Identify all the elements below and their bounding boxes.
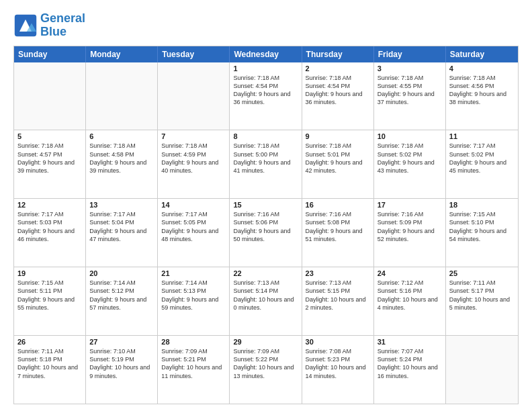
calendar-row-2: 12Sunrise: 7:17 AM Sunset: 5:03 PM Dayli… (14, 198, 518, 267)
calendar-cell-day-9: 9Sunrise: 7:18 AM Sunset: 5:01 PM Daylig… (302, 130, 374, 198)
day-info: Sunrise: 7:18 AM Sunset: 4:57 PM Dayligh… (17, 142, 82, 175)
day-number: 29 (233, 338, 298, 346)
day-number: 28 (161, 338, 226, 346)
day-number: 10 (378, 132, 442, 140)
day-info: Sunrise: 7:07 AM Sunset: 5:24 PM Dayligh… (378, 347, 442, 380)
calendar-cell-empty (158, 62, 230, 130)
day-number: 26 (17, 338, 82, 346)
day-number: 18 (449, 201, 515, 209)
calendar-row-4: 26Sunrise: 7:11 AM Sunset: 5:18 PM Dayli… (14, 335, 518, 404)
day-number: 25 (449, 269, 515, 277)
day-info: Sunrise: 7:16 AM Sunset: 5:09 PM Dayligh… (378, 210, 442, 243)
calendar-cell-day-16: 16Sunrise: 7:16 AM Sunset: 5:08 PM Dayli… (302, 199, 374, 267)
page: General Blue SundayMondayTuesdayWednesda… (0, 0, 532, 411)
weekday-header-wednesday: Wednesday (230, 46, 302, 62)
weekday-header-friday: Friday (374, 46, 446, 62)
calendar-cell-day-23: 23Sunrise: 7:13 AM Sunset: 5:15 PM Dayli… (302, 267, 374, 335)
calendar-header: SundayMondayTuesdayWednesdayThursdayFrid… (14, 46, 518, 62)
calendar-cell-day-3: 3Sunrise: 7:18 AM Sunset: 4:55 PM Daylig… (374, 62, 446, 130)
calendar-cell-day-31: 31Sunrise: 7:07 AM Sunset: 5:24 PM Dayli… (374, 336, 446, 404)
day-info: Sunrise: 7:18 AM Sunset: 4:55 PM Dayligh… (378, 74, 442, 107)
day-number: 19 (17, 269, 82, 277)
day-info: Sunrise: 7:08 AM Sunset: 5:23 PM Dayligh… (306, 347, 370, 380)
calendar: SundayMondayTuesdayWednesdayThursdayFrid… (13, 46, 519, 404)
weekday-header-sunday: Sunday (14, 46, 86, 62)
calendar-cell-day-17: 17Sunrise: 7:16 AM Sunset: 5:09 PM Dayli… (374, 199, 446, 267)
calendar-cell-day-29: 29Sunrise: 7:09 AM Sunset: 5:22 PM Dayli… (230, 336, 302, 404)
calendar-cell-day-1: 1Sunrise: 7:18 AM Sunset: 4:54 PM Daylig… (230, 62, 302, 130)
calendar-cell-day-20: 20Sunrise: 7:14 AM Sunset: 5:12 PM Dayli… (86, 267, 158, 335)
day-number: 6 (89, 132, 154, 140)
day-number: 14 (161, 201, 226, 209)
weekday-header-thursday: Thursday (302, 46, 374, 62)
day-info: Sunrise: 7:12 AM Sunset: 5:16 PM Dayligh… (378, 279, 442, 312)
calendar-cell-day-27: 27Sunrise: 7:10 AM Sunset: 5:19 PM Dayli… (86, 336, 158, 404)
day-info: Sunrise: 7:16 AM Sunset: 5:06 PM Dayligh… (233, 210, 298, 243)
day-info: Sunrise: 7:18 AM Sunset: 4:58 PM Dayligh… (89, 142, 154, 175)
calendar-cell-empty (14, 62, 86, 130)
day-number: 5 (17, 132, 82, 140)
day-number: 13 (89, 201, 154, 209)
calendar-cell-day-4: 4Sunrise: 7:18 AM Sunset: 4:56 PM Daylig… (446, 62, 518, 130)
day-number: 4 (449, 64, 515, 73)
day-info: Sunrise: 7:18 AM Sunset: 5:00 PM Dayligh… (233, 142, 298, 175)
calendar-cell-day-26: 26Sunrise: 7:11 AM Sunset: 5:18 PM Dayli… (14, 336, 86, 404)
calendar-cell-day-12: 12Sunrise: 7:17 AM Sunset: 5:03 PM Dayli… (14, 199, 86, 267)
weekday-header-monday: Monday (86, 46, 158, 62)
day-info: Sunrise: 7:11 AM Sunset: 5:17 PM Dayligh… (449, 279, 515, 312)
day-info: Sunrise: 7:18 AM Sunset: 5:01 PM Dayligh… (306, 142, 370, 175)
day-number: 21 (161, 269, 226, 277)
calendar-body: 1Sunrise: 7:18 AM Sunset: 4:54 PM Daylig… (14, 62, 518, 404)
day-info: Sunrise: 7:17 AM Sunset: 5:05 PM Dayligh… (161, 210, 226, 243)
day-info: Sunrise: 7:11 AM Sunset: 5:18 PM Dayligh… (17, 347, 82, 380)
logo: General Blue (13, 12, 85, 39)
day-number: 7 (161, 132, 226, 140)
calendar-cell-day-10: 10Sunrise: 7:18 AM Sunset: 5:02 PM Dayli… (374, 130, 446, 198)
day-number: 24 (378, 269, 442, 277)
day-number: 22 (233, 269, 298, 277)
day-number: 20 (89, 269, 154, 277)
day-info: Sunrise: 7:14 AM Sunset: 5:13 PM Dayligh… (161, 279, 226, 312)
day-info: Sunrise: 7:13 AM Sunset: 5:15 PM Dayligh… (306, 279, 370, 312)
calendar-cell-day-25: 25Sunrise: 7:11 AM Sunset: 5:17 PM Dayli… (446, 267, 518, 335)
day-number: 3 (378, 64, 442, 73)
day-number: 27 (89, 338, 154, 346)
calendar-cell-day-24: 24Sunrise: 7:12 AM Sunset: 5:16 PM Dayli… (374, 267, 446, 335)
day-number: 11 (449, 132, 515, 140)
header: General Blue (13, 12, 519, 39)
calendar-row-1: 5Sunrise: 7:18 AM Sunset: 4:57 PM Daylig… (14, 130, 518, 198)
day-number: 17 (378, 201, 442, 209)
day-number: 15 (233, 201, 298, 209)
day-info: Sunrise: 7:09 AM Sunset: 5:21 PM Dayligh… (161, 347, 226, 380)
day-number: 9 (306, 132, 370, 140)
calendar-cell-day-6: 6Sunrise: 7:18 AM Sunset: 4:58 PM Daylig… (86, 130, 158, 198)
day-info: Sunrise: 7:18 AM Sunset: 5:02 PM Dayligh… (378, 142, 442, 175)
day-number: 2 (306, 64, 370, 73)
day-number: 31 (378, 338, 442, 346)
day-number: 8 (233, 132, 298, 140)
day-info: Sunrise: 7:09 AM Sunset: 5:22 PM Dayligh… (233, 347, 298, 380)
calendar-cell-day-22: 22Sunrise: 7:13 AM Sunset: 5:14 PM Dayli… (230, 267, 302, 335)
calendar-row-3: 19Sunrise: 7:15 AM Sunset: 5:11 PM Dayli… (14, 267, 518, 335)
day-info: Sunrise: 7:17 AM Sunset: 5:03 PM Dayligh… (17, 210, 82, 243)
weekday-header-saturday: Saturday (446, 46, 518, 62)
calendar-cell-empty (446, 336, 518, 404)
day-info: Sunrise: 7:18 AM Sunset: 4:56 PM Dayligh… (449, 74, 515, 107)
day-number: 1 (233, 64, 298, 73)
day-info: Sunrise: 7:18 AM Sunset: 4:54 PM Dayligh… (306, 74, 370, 107)
day-info: Sunrise: 7:18 AM Sunset: 4:54 PM Dayligh… (233, 74, 298, 107)
weekday-header-tuesday: Tuesday (158, 46, 230, 62)
calendar-cell-day-15: 15Sunrise: 7:16 AM Sunset: 5:06 PM Dayli… (230, 199, 302, 267)
calendar-cell-day-30: 30Sunrise: 7:08 AM Sunset: 5:23 PM Dayli… (302, 336, 374, 404)
day-number: 23 (306, 269, 370, 277)
day-number: 16 (306, 201, 370, 209)
day-number: 30 (306, 338, 370, 346)
logo-text: General Blue (40, 12, 85, 39)
calendar-cell-day-7: 7Sunrise: 7:18 AM Sunset: 4:59 PM Daylig… (158, 130, 230, 198)
day-info: Sunrise: 7:17 AM Sunset: 5:02 PM Dayligh… (449, 142, 515, 175)
day-info: Sunrise: 7:13 AM Sunset: 5:14 PM Dayligh… (233, 279, 298, 312)
day-info: Sunrise: 7:17 AM Sunset: 5:04 PM Dayligh… (89, 210, 154, 243)
logo-icon (13, 13, 38, 38)
calendar-cell-day-19: 19Sunrise: 7:15 AM Sunset: 5:11 PM Dayli… (14, 267, 86, 335)
day-info: Sunrise: 7:18 AM Sunset: 4:59 PM Dayligh… (161, 142, 226, 175)
